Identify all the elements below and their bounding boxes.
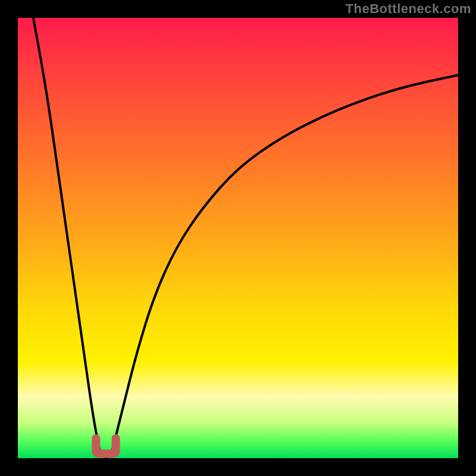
curve-path: [33, 18, 458, 457]
valley-mark: [96, 439, 115, 454]
chart-stage: TheBottleneck.com: [0, 0, 476, 476]
curve-layer: [18, 18, 458, 458]
plot-area: [18, 18, 458, 458]
attribution-text: TheBottleneck.com: [346, 1, 471, 17]
